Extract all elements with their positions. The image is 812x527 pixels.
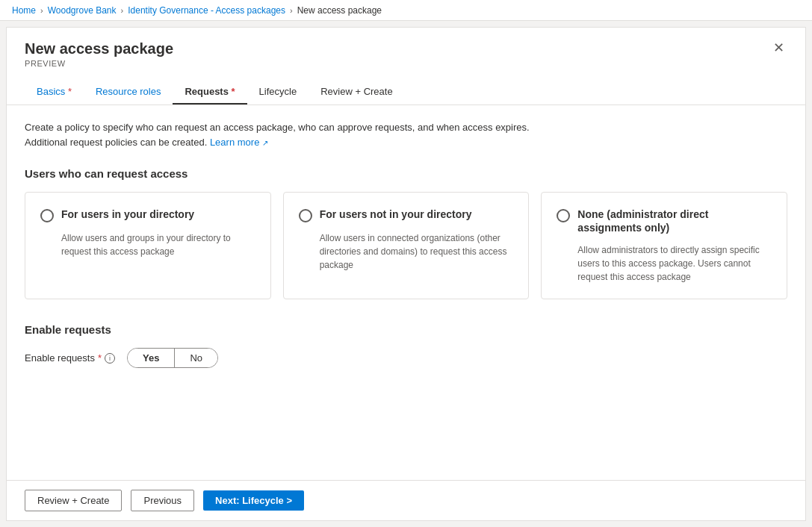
panel-content: Create a policy to specify who can reque… [7, 105, 805, 480]
required-star: * [98, 352, 102, 364]
next-lifecycle-button[interactable]: Next: Lifecycle > [203, 490, 304, 511]
card-in-directory-desc: Allow users and groups in your directory… [61, 231, 255, 258]
info-icon[interactable]: i [105, 353, 115, 364]
radio-not-in-directory[interactable] [299, 209, 312, 222]
card-none[interactable]: None (administrator direct assignments o… [541, 192, 787, 299]
card-in-directory-title: For users in your directory [61, 208, 194, 221]
main-panel: New access package PREVIEW ✕ Basics * Re… [6, 27, 806, 521]
panel-title: New access package [25, 40, 173, 57]
breadcrumb-sep-2: › [121, 6, 124, 15]
external-link-icon: ↗ [262, 139, 268, 147]
radio-none[interactable] [557, 209, 570, 222]
yes-no-toggle[interactable]: Yes No [127, 348, 218, 368]
breadcrumb-home[interactable]: Home [12, 5, 36, 16]
breadcrumb-bank[interactable]: Woodgrove Bank [48, 5, 117, 16]
card-not-in-directory-desc: Allow users in connected organizations (… [320, 231, 514, 272]
access-type-cards: For users in your directory Allow users … [25, 192, 787, 299]
breadcrumb-bar: Home › Woodgrove Bank › Identity Governa… [0, 0, 812, 21]
tab-basics[interactable]: Basics * [25, 80, 84, 105]
toggle-no[interactable]: No [175, 349, 217, 367]
card-in-directory[interactable]: For users in your directory Allow users … [25, 192, 271, 299]
breadcrumb-sep-3: › [290, 6, 293, 15]
card-not-in-directory[interactable]: For users not in your directory Allow us… [283, 192, 530, 299]
enable-requests-label: Enable requests * i [25, 352, 115, 364]
tab-requests[interactable]: Requests * [173, 80, 247, 105]
previous-button[interactable]: Previous [131, 490, 194, 511]
panel-header: New access package PREVIEW ✕ Basics * Re… [7, 28, 805, 105]
breadcrumb-governance[interactable]: Identity Governance - Access packages [128, 5, 285, 16]
learn-more-link[interactable]: Learn more ↗ [210, 137, 268, 148]
close-button[interactable]: ✕ [770, 40, 787, 56]
enable-requests-title: Enable requests [25, 323, 787, 336]
description-block: Create a policy to specify who can reque… [25, 120, 548, 149]
enable-requests-row: Enable requests * i Yes No [25, 348, 787, 368]
card-none-title: None (administrator direct assignments o… [577, 208, 772, 234]
tab-resource-roles[interactable]: Resource roles [84, 80, 173, 105]
radio-in-directory[interactable] [40, 209, 54, 222]
tab-review-create[interactable]: Review + Create [309, 80, 404, 105]
review-create-button[interactable]: Review + Create [25, 490, 122, 511]
tabs-row: Basics * Resource roles Requests * Lifec… [25, 80, 787, 105]
toggle-yes[interactable]: Yes [128, 349, 174, 367]
enable-requests-section: Enable requests Enable requests * i Yes … [25, 323, 787, 368]
description-text: Create a policy to specify who can reque… [25, 122, 530, 148]
card-not-in-directory-title: For users not in your directory [320, 208, 472, 221]
card-none-desc: Allow administrators to directly assign … [577, 243, 772, 284]
tab-lifecycle[interactable]: Lifecycle [247, 80, 309, 105]
panel-title-group: New access package PREVIEW [25, 40, 173, 68]
panel-footer: Review + Create Previous Next: Lifecycle… [7, 480, 805, 520]
breadcrumb-sep-1: › [40, 6, 43, 15]
section-users-title: Users who can request access [25, 167, 787, 180]
panel-preview-label: PREVIEW [25, 59, 173, 68]
breadcrumb-current: New access package [297, 5, 382, 16]
